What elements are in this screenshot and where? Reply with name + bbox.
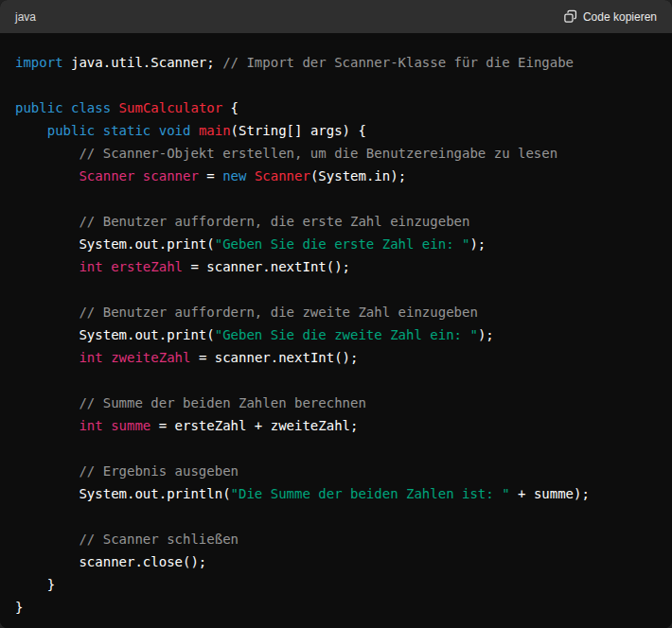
code-token-plain [15, 532, 79, 547]
code-line: // Summe der beiden Zahlen berechnen [15, 392, 657, 414]
code-token-keyword: import [15, 55, 63, 70]
code-line: Scanner scanner = new Scanner(System.in)… [15, 165, 657, 187]
code-header: java Code kopieren [0, 0, 672, 33]
code-token-plain: System.out.print( [15, 327, 215, 342]
code-line: System.out.println("Die Summe der beiden… [15, 482, 657, 505]
code-line [15, 278, 657, 301]
code-token-plain: } [15, 577, 55, 592]
code-line: } [15, 573, 657, 596]
code-token-keyword: new [222, 168, 246, 183]
code-scroll-area[interactable]: import java.util.Scanner; // Import der … [0, 33, 672, 628]
code-line: // Benutzer auffordern, die erste Zahl e… [15, 210, 657, 233]
code-line: int summe = ersteZahl + zweiteZahl; [15, 414, 657, 437]
code-line [15, 74, 657, 96]
code-token-plain: ); [469, 236, 486, 252]
code-token-plain [15, 168, 79, 183]
language-label: java [15, 10, 36, 24]
code-token-plain: { [222, 100, 239, 115]
code-token-typevar: Scanner scanner [79, 168, 198, 183]
code-token-plain [15, 259, 79, 274]
code-token-string: "Die Summe der beiden Zahlen ist: " [231, 486, 510, 501]
code-token-plain [15, 214, 79, 229]
code-line: // Scanner schließen [15, 528, 657, 550]
code-line: int zweiteZahl = scanner.nextInt(); [15, 346, 657, 369]
code-token-comment: // Import der Scanner-Klasse für die Ein… [222, 55, 574, 70]
code-token-plain [15, 350, 79, 365]
code-token-typevar: int ersteZahl [79, 259, 183, 274]
code-line [15, 437, 657, 460]
code-block: java Code kopieren import java.util.Scan… [0, 0, 672, 628]
code-line: import java.util.Scanner; // Import der … [15, 51, 657, 74]
code-line: System.out.print("Geben Sie die zweite Z… [15, 323, 657, 346]
code-token-comment: // Summe der beiden Zahlen berechnen [79, 395, 365, 410]
code-line: // Benutzer auffordern, die zweite Zahl … [15, 301, 657, 323]
code-token-title: main [199, 123, 231, 138]
code-line [15, 187, 657, 210]
code-line [15, 369, 657, 392]
code-token-plain: java.util.Scanner; [63, 55, 223, 70]
code-token-plain [246, 168, 254, 183]
copy-icon [563, 9, 577, 24]
code-token-typevar: int zweiteZahl [79, 350, 190, 365]
code-token-plain: = ersteZahl + zweiteZahl; [150, 418, 358, 433]
code-token-comment: // Scanner schließen [79, 532, 239, 547]
code-token-string: "Geben Sie die erste Zahl ein: " [215, 236, 470, 252]
code-line: int ersteZahl = scanner.nextInt(); [15, 255, 657, 278]
code-line: System.out.print("Geben Sie die erste Za… [15, 233, 657, 255]
code-line: scanner.close(); [15, 550, 657, 573]
code-token-title: SumCalculator [119, 100, 223, 115]
code-token-plain: = scanner.nextInt(); [183, 259, 350, 274]
code-token-string: "Geben Sie die zweite Zahl ein: " [215, 327, 478, 342]
code-token-typevar: int summe [79, 418, 150, 433]
code-token-plain [111, 100, 118, 115]
code-line: } [15, 596, 657, 619]
code-token-plain: + summe); [510, 486, 590, 501]
code-token-plain: (String[] args) { [231, 123, 366, 138]
code-line: // Scanner-Objekt erstellen, um die Benu… [15, 142, 657, 165]
code-token-keyword: public static void [47, 123, 191, 138]
code-token-plain [15, 463, 79, 479]
code-token-comment: // Benutzer auffordern, die erste Zahl e… [79, 214, 469, 229]
code-token-plain: System.out.println( [15, 486, 231, 501]
copy-button-label: Code kopieren [583, 10, 657, 24]
code-token-comment: // Benutzer auffordern, die zweite Zahl … [79, 305, 477, 320]
code-token-comment: // Ergebnis ausgeben [79, 463, 239, 479]
code-token-plain [15, 305, 79, 320]
code-token-plain: (System.in); [310, 168, 406, 183]
code-token-plain: System.out.print( [15, 236, 215, 252]
code-token-plain: } [15, 600, 23, 615]
code-token-title: Scanner [255, 168, 310, 183]
code-line: // Ergebnis ausgeben [15, 460, 657, 482]
code-token-plain [190, 123, 198, 138]
code-token-plain: = [199, 168, 222, 183]
code-token-plain [15, 418, 79, 433]
code-line [15, 505, 657, 528]
code-content: import java.util.Scanner; // Import der … [15, 51, 657, 619]
code-token-comment: // Scanner-Objekt erstellen, um die Benu… [79, 146, 557, 161]
code-token-plain [15, 123, 47, 138]
code-token-plain [15, 395, 79, 410]
code-line: public static void main(String[] args) { [15, 119, 657, 142]
code-token-keyword: public class [15, 100, 111, 115]
copy-code-button[interactable]: Code kopieren [563, 9, 657, 24]
code-token-plain: = scanner.nextInt(); [190, 350, 358, 365]
code-line: public class SumCalculator { [15, 96, 657, 119]
code-token-plain: scanner.close(); [15, 554, 206, 569]
code-token-plain: ); [478, 327, 494, 342]
code-token-plain [15, 146, 79, 161]
